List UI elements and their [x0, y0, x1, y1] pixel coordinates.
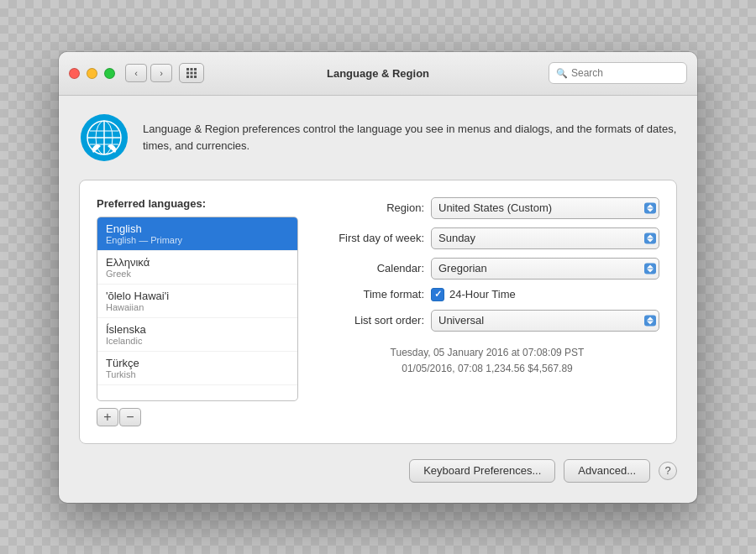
advanced-button[interactable]: Advanced...	[564, 459, 650, 483]
list-sort-row: List sort order: Universal Language Scri…	[315, 310, 659, 332]
time-format-checkbox-wrapper[interactable]: ✓ 24-Hour Time	[431, 288, 516, 301]
language-sub: Turkish	[106, 369, 289, 379]
languages-label: Preferred languages:	[97, 197, 298, 210]
nav-buttons: ‹ ›	[125, 64, 172, 82]
svg-rect-3	[186, 72, 189, 75]
back-button[interactable]: ‹	[125, 64, 147, 82]
search-box[interactable]: 🔍	[549, 62, 687, 84]
language-name: Türkçe	[106, 357, 289, 369]
keyboard-preferences-button[interactable]: Keyboard Preferences...	[409, 459, 555, 483]
language-name: Ελληνικά	[106, 256, 289, 269]
svg-rect-2	[194, 68, 197, 71]
language-name: English	[106, 222, 289, 235]
forward-button[interactable]: ›	[150, 64, 172, 82]
time-format-label: Time format:	[315, 288, 424, 301]
checkmark-icon: ✓	[434, 289, 442, 300]
flag-icon	[79, 112, 129, 163]
calendar-label: Calendar:	[315, 262, 424, 274]
search-input[interactable]	[571, 67, 680, 79]
help-button[interactable]: ?	[659, 462, 677, 480]
first-day-label: First day of week:	[315, 232, 424, 244]
svg-rect-7	[191, 76, 193, 78]
bottom-buttons: Keyboard Preferences... Advanced... ?	[79, 459, 677, 483]
language-sub: Greek	[106, 269, 289, 279]
list-action-buttons: + −	[97, 408, 298, 426]
region-label: Region:	[315, 201, 424, 214]
list-sort-label: List sort order:	[315, 314, 424, 327]
time-format-row: Time format: ✓ 24-Hour Time	[315, 288, 659, 301]
traffic-lights	[69, 68, 115, 79]
calendar-select[interactable]: Gregorian Buddhist Hebrew	[431, 258, 659, 280]
region-row: Region: United States (Custom) United St…	[315, 197, 659, 219]
language-sub: Icelandic	[106, 336, 289, 346]
main-window: ‹ › Language & Region 🔍	[59, 52, 697, 503]
window-title: Language & Region	[327, 67, 429, 80]
first-day-row: First day of week: Sunday Monday Saturda…	[315, 227, 659, 249]
list-item[interactable]: Ελληνικά Greek	[97, 251, 297, 285]
maximize-button[interactable]	[104, 68, 115, 79]
24-hour-checkbox[interactable]: ✓	[431, 288, 444, 301]
search-icon: 🔍	[556, 68, 568, 79]
settings-panel: Region: United States (Custom) United St…	[315, 197, 659, 426]
language-sub: English — Primary	[106, 235, 289, 245]
svg-rect-5	[194, 72, 197, 75]
svg-rect-0	[186, 68, 189, 71]
first-day-select-wrapper: Sunday Monday Saturday	[431, 227, 659, 249]
svg-rect-4	[191, 72, 193, 75]
language-sub: Hawaiian	[106, 302, 289, 312]
calendar-row: Calendar: Gregorian Buddhist Hebrew	[315, 258, 659, 280]
remove-language-button[interactable]: −	[119, 408, 141, 426]
first-day-select[interactable]: Sunday Monday Saturday	[431, 227, 659, 249]
calendar-select-wrapper: Gregorian Buddhist Hebrew	[431, 258, 659, 280]
24-hour-label: 24-Hour Time	[449, 288, 516, 301]
region-select[interactable]: United States (Custom) United States Uni…	[431, 197, 659, 219]
svg-rect-1	[191, 68, 193, 71]
add-language-button[interactable]: +	[97, 408, 118, 426]
list-sort-select[interactable]: Universal Language Script Order	[431, 310, 659, 332]
region-select-wrapper: United States (Custom) United States Uni…	[431, 197, 659, 219]
list-item[interactable]: English English — Primary	[97, 217, 297, 251]
languages-panel: Preferred languages: English English — P…	[97, 197, 298, 426]
svg-rect-8	[194, 76, 197, 78]
list-item[interactable]: Íslenska Icelandic	[97, 318, 297, 352]
close-button[interactable]	[69, 68, 80, 79]
languages-list[interactable]: English English — Primary Ελληνικά Greek…	[97, 217, 298, 401]
titlebar: ‹ › Language & Region 🔍	[59, 52, 697, 96]
app-grid-button[interactable]	[179, 63, 204, 83]
language-name: 'ōlelo Hawai'i	[106, 290, 289, 302]
svg-rect-6	[186, 76, 189, 78]
description-text: Language & Region preferences control th…	[143, 121, 677, 154]
main-panel: Preferred languages: English English — P…	[79, 180, 677, 444]
preview-line1: Tuesday, 05 January 2016 at 07:08:09 PST	[315, 345, 659, 361]
preview-section: Tuesday, 05 January 2016 at 07:08:09 PST…	[315, 345, 659, 377]
list-item[interactable]: 'ōlelo Hawai'i Hawaiian	[97, 285, 297, 318]
language-name: Íslenska	[106, 323, 289, 336]
description-section: Language & Region preferences control th…	[79, 112, 677, 163]
preview-line2: 01/05/2016, 07:08 1,234.56 $4,567.89	[315, 361, 659, 377]
minimize-button[interactable]	[87, 68, 97, 79]
list-sort-select-wrapper: Universal Language Script Order	[431, 310, 659, 332]
list-item[interactable]: Türkçe Turkish	[97, 352, 297, 385]
content-area: Language & Region preferences control th…	[59, 96, 697, 503]
